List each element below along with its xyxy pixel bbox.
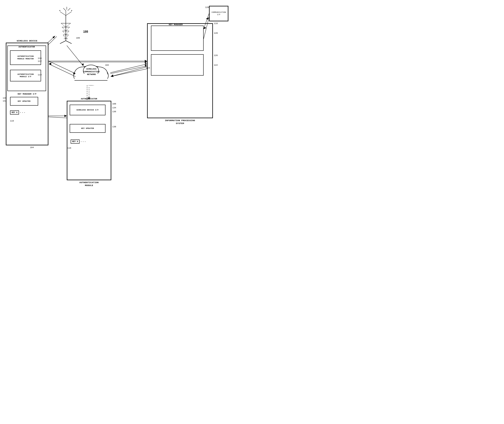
wireless-device-if-box: WIRELESS DEVICE I/F — [70, 105, 105, 115]
svg-line-26 — [62, 31, 66, 35]
svg-marker-46 — [206, 18, 209, 20]
ref-104: 104 — [30, 146, 34, 149]
svg-line-23 — [66, 23, 71, 27]
svg-marker-50 — [145, 62, 147, 65]
svg-line-51 — [111, 67, 147, 76]
svg-line-28 — [63, 35, 66, 39]
wd-key-updater-box: KEY UPDATER — [10, 97, 38, 106]
svg-line-31 — [66, 41, 72, 44]
ref-116-left: 116 — [10, 120, 14, 122]
svg-marker-48 — [145, 60, 147, 62]
info-processing-label: INFORMATION PROCESSINGSYSTEM — [147, 119, 213, 125]
svg-marker-7 — [145, 64, 147, 67]
ref-116-bottom: 116 — [67, 147, 71, 149]
diagram-container: 100 WIRELESS DEVICE AUTHENTICATOR AUTHEN… — [0, 0, 252, 212]
svg-text:✦: ✦ — [59, 10, 61, 12]
svg-line-32 — [60, 12, 66, 15]
svg-line-25 — [66, 27, 70, 31]
ref-114: 114 — [38, 74, 42, 76]
diagram-title: 100 — [83, 30, 88, 33]
svg-text:✦: ✦ — [71, 10, 72, 12]
auth-bottom-key-dots: ··· — [80, 140, 86, 143]
wireless-device-label: WIRELESS DEVICE — [6, 40, 49, 42]
wd-key-a-box: KEY A — [10, 111, 19, 114]
authenticator-bottom-label: AUTHENTICATOR — [67, 98, 111, 100]
svg-marker-52 — [111, 75, 113, 77]
auth-bottom-key-a-item: KEY A ··· — [71, 139, 86, 143]
svg-marker-54 — [49, 62, 51, 65]
key-database-section-box — [151, 54, 204, 75]
antenna-svg: ✦ ✦ — [56, 10, 75, 44]
svg-marker-15 — [145, 61, 147, 63]
ref-124: 124 — [146, 67, 150, 69]
ref-126: 126 — [214, 54, 218, 56]
key-manager-if-label: KEY MANAGER I/F — [6, 93, 49, 95]
ref-118: 118 — [214, 22, 218, 25]
ref-128: 128 — [205, 6, 209, 8]
svg-marker-9 — [111, 75, 113, 77]
svg-line-6 — [110, 66, 147, 74]
ref-136: 136 — [112, 111, 116, 113]
ref-120: 120 — [214, 32, 218, 34]
ref-110: 110 — [38, 57, 42, 60]
svg-line-29 — [66, 35, 68, 39]
wireless-network-label: WIRELESSCOMMUNICATIONNETWORK — [74, 68, 108, 76]
svg-line-8 — [111, 69, 147, 76]
svg-line-33 — [66, 12, 72, 15]
ref-134: 134 — [112, 106, 116, 109]
svg-marker-60 — [64, 115, 67, 117]
ref-112: 112 — [38, 60, 42, 62]
auth-module-if-box: AUTHENTICATIONMODULE I/F — [10, 70, 41, 81]
svg-line-30 — [60, 41, 66, 44]
wd-key-dots: ··· — [20, 111, 26, 114]
svg-line-27 — [66, 31, 69, 35]
key-manager-section-box — [151, 25, 204, 51]
communication-if-box: COMMUNICATIONI/F — [209, 6, 228, 21]
ref-138: 138 — [112, 125, 116, 128]
ref-108: 108 — [112, 103, 116, 105]
svg-line-24 — [62, 27, 66, 31]
ref-122: 122 — [214, 64, 218, 66]
svg-line-49 — [110, 64, 147, 73]
svg-marker-3 — [52, 36, 55, 38]
auth-module-label: AUTHENTICATIONMODULE — [67, 181, 111, 187]
wireless-device-authenticator-label: AUTHENTICATOR — [7, 46, 46, 48]
wd-key-a-item: KEY A ··· — [10, 111, 26, 114]
ref-130: 130 — [3, 97, 6, 99]
auth-module-monitor-box: AUTHENTICATIONMODULE MONITOR — [10, 50, 41, 65]
ref-106: 106 — [76, 37, 80, 39]
auth-bottom-key-a-box: KEY A — [71, 139, 79, 143]
svg-line-22 — [61, 23, 66, 27]
auth-bottom-key-updater-box: KEY UPDATER — [70, 124, 105, 133]
ref-102: 102 — [105, 64, 109, 66]
ref-132: 132 — [3, 100, 6, 102]
